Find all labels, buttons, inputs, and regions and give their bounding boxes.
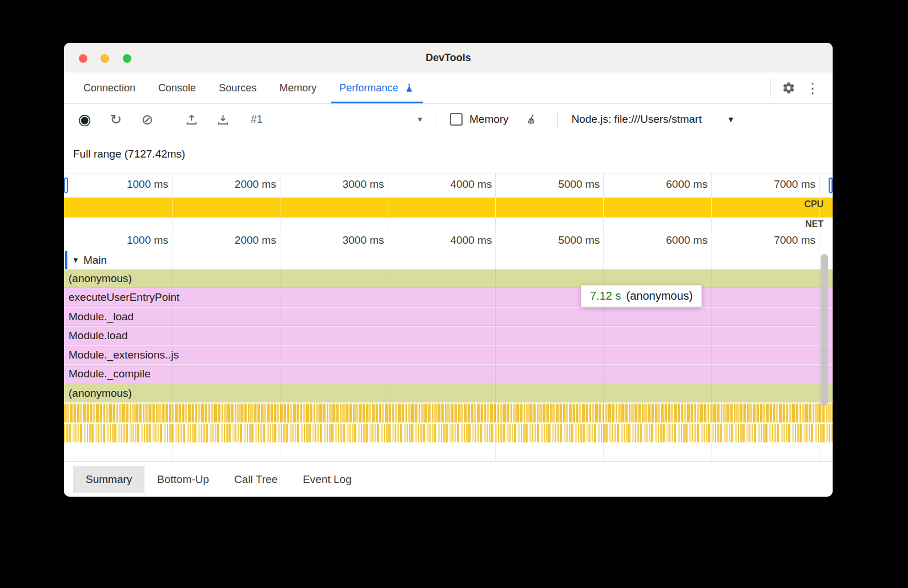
download-icon (216, 113, 230, 126)
tab-sources[interactable]: Sources (207, 73, 268, 103)
frame-label: Module.load (69, 329, 128, 341)
frame-label: Module._extensions..js (69, 349, 179, 361)
flame-row[interactable]: Module._extensions..js (64, 345, 833, 364)
profile-select-value: #1 (251, 113, 263, 126)
tabbar-separator (770, 79, 771, 96)
micro-frames-band[interactable] (64, 404, 833, 422)
ruler-tick-label: 2000 ms (206, 234, 276, 247)
reload-icon: ↻ (110, 111, 122, 128)
record-button[interactable]: ◉ (73, 108, 96, 131)
main-tab-bar: Connection Console Sources Memory Perfor… (64, 73, 833, 104)
ruler-tick-label: 7000 ms (745, 178, 815, 191)
gridline (280, 229, 280, 461)
ruler-tick-label: 1000 ms (98, 178, 168, 191)
flame-row[interactable]: Module.load (64, 326, 833, 345)
gear-icon (782, 81, 795, 95)
frame-label: (anonymous) (69, 387, 132, 399)
record-icon: ◉ (78, 111, 91, 128)
ruler-tick-label: 3000 ms (314, 234, 384, 247)
range-handle-left[interactable] (64, 178, 68, 193)
cpu-activity-band (64, 198, 833, 218)
experiment-flask-icon (403, 82, 415, 94)
range-handle-right[interactable] (829, 178, 833, 193)
memory-checkbox[interactable] (450, 113, 463, 126)
frame-label: (anonymous) (69, 272, 132, 284)
timeline-overview[interactable]: 1000 ms 2000 ms 3000 ms 4000 ms 5000 ms … (64, 173, 833, 231)
window-title: DevTools (64, 43, 833, 73)
gridline (495, 174, 496, 230)
memory-checkbox-label: Memory (469, 113, 509, 126)
ruler-tick-label: 3000 ms (314, 178, 384, 191)
bottom-tab-bar: Summary Bottom-Up Call Tree Event Log (64, 461, 833, 497)
tab-connection[interactable]: Connection (72, 73, 147, 103)
frame-label: executeUserEntryPoint (69, 291, 179, 303)
reload-and-record-button[interactable]: ↻ (105, 108, 127, 131)
tab-memory[interactable]: Memory (268, 73, 328, 103)
flame-row[interactable]: (anonymous) (64, 384, 833, 402)
settings-gear-button[interactable] (777, 76, 801, 100)
main-track-label: Main (83, 254, 107, 267)
gridline (603, 174, 604, 230)
gridline (495, 229, 496, 461)
cpu-track-label: CPU (804, 199, 823, 210)
flame-row[interactable]: executeUserEntryPoint (64, 288, 833, 307)
main-track-accent-bar (65, 251, 67, 269)
tab-summary[interactable]: Summary (73, 466, 144, 493)
target-select-value: Node.js: file:///Users/stmart (572, 113, 702, 126)
upload-icon (185, 113, 198, 126)
full-range-label: Full range (7127.42ms) (73, 148, 185, 160)
gridline (603, 229, 604, 461)
devtools-window: DevTools Connection Console Sources Memo… (64, 43, 833, 497)
clear-button[interactable]: ⊘ (136, 108, 159, 131)
ruler-tick-label: 5000 ms (529, 234, 600, 247)
chevron-down-icon: ▾ (417, 114, 422, 124)
clear-icon: ⊘ (142, 111, 154, 128)
tooltip-label: (anonymous) (626, 289, 693, 302)
collect-garbage-button[interactable] (520, 108, 543, 131)
chevron-down-icon: ▼ (727, 115, 735, 124)
toolbar-separator (436, 111, 436, 128)
ruler-tick-label: 4000 ms (421, 178, 492, 191)
load-profile-button[interactable] (180, 108, 203, 131)
target-select[interactable]: Node.js: file:///Users/stmart ▼ (572, 113, 735, 126)
flame-row[interactable]: Module._compile (64, 364, 833, 383)
tab-event-log[interactable]: Event Log (290, 466, 364, 493)
ruler-tick-label: 7000 ms (745, 234, 815, 247)
ruler-tick-label: 1000 ms (98, 234, 168, 247)
gridline (711, 229, 712, 461)
tab-performance[interactable]: Performance (328, 73, 427, 103)
more-options-button[interactable]: ⋮ (801, 76, 825, 100)
gridline (711, 174, 712, 230)
ruler-tick-label: 6000 ms (637, 234, 708, 247)
frame-label: Module._compile (69, 368, 151, 380)
gridline (388, 174, 388, 230)
tooltip-duration: 7.12 s (590, 289, 621, 302)
gridline (172, 229, 172, 461)
tab-call-tree[interactable]: Call Tree (222, 466, 290, 493)
vertical-scrollbar[interactable] (821, 254, 828, 406)
kebab-menu-icon: ⋮ (806, 80, 820, 96)
tab-console[interactable]: Console (147, 73, 207, 103)
flame-rows: (anonymous) executeUserEntryPoint Module… (64, 269, 833, 402)
flame-row[interactable]: (anonymous) (64, 269, 833, 288)
gridline (388, 229, 388, 461)
flame-row[interactable]: Module._load (64, 307, 833, 326)
save-profile-button[interactable] (211, 108, 234, 131)
profile-select[interactable]: #1 ▾ (245, 113, 428, 126)
disclosure-triangle-icon: ▼ (72, 256, 79, 264)
collect-garbage-icon (525, 113, 538, 126)
ruler-tick-label: 6000 ms (637, 178, 708, 191)
gridline (172, 174, 172, 230)
micro-frames-band[interactable] (64, 424, 833, 442)
toolbar-separator (557, 111, 558, 128)
main-track-header[interactable]: ▼ Main (64, 251, 107, 269)
frame-label: Module._load (69, 311, 134, 323)
ruler-tick-label: 4000 ms (421, 234, 492, 247)
tab-bottom-up[interactable]: Bottom-Up (144, 466, 222, 493)
ruler-tick-label: 5000 ms (529, 178, 600, 191)
gridline (280, 174, 280, 230)
performance-toolbar: ◉ ↻ ⊘ #1 ▾ Memory Node.js: file:///Users… (64, 104, 833, 135)
frame-tooltip: 7.12 s(anonymous) (581, 285, 702, 307)
title-bar: DevTools (64, 43, 833, 73)
flame-chart[interactable]: (anonymous) executeUserEntryPoint Module… (64, 229, 833, 461)
